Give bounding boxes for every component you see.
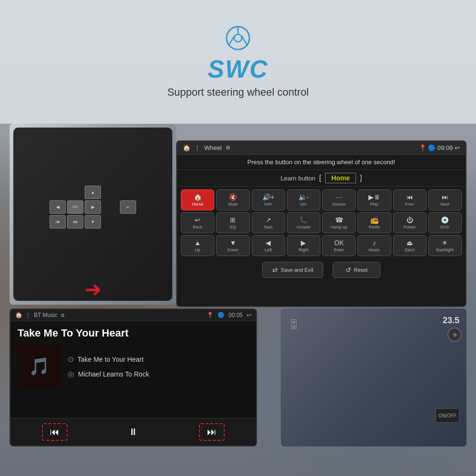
ctrl-btn-play[interactable]: ▶⏸Play — [357, 189, 391, 210]
ctrl-btn-eq[interactable]: ⊞EQ — [216, 212, 249, 233]
bt-music-panel: 🏠 ⋮ BT Music ⚙ 📍 🔵 00:05 ↩ Take Me To Yo… — [10, 308, 257, 446]
location-icon: 📍 — [419, 144, 426, 151]
ctrl-btn-down[interactable]: ▼Down — [216, 235, 249, 256]
prev-icon: ⏮ — [407, 193, 413, 201]
ctrl-btn-music[interactable]: ♪Music — [357, 235, 391, 256]
ctrl-btn-vol+[interactable]: 🔊+Vol+ — [252, 189, 285, 210]
bt-album-art: 🎵 — [18, 345, 60, 388]
ctrl-btn-up[interactable]: ▲Up — [181, 235, 214, 256]
bt-details: 🎵 ⊙ Take Me to Your Heart ◎ Michael Lear… — [18, 345, 249, 388]
bt-menu-icon: ⋮ — [25, 312, 31, 318]
ctrl-btn-mute[interactable]: 🔇Mute — [216, 189, 249, 210]
bt-header-left: 🏠 ⋮ BT Music ⚙ — [15, 312, 65, 318]
ctrl-btn-source[interactable]: ····Source — [322, 189, 356, 210]
ctrl-btn-left[interactable]: ◀Left — [252, 235, 285, 256]
ctrl-btn-eject[interactable]: ⏏Eject — [393, 235, 426, 256]
bottom-actions: ⇄ Save and Exit ↺ Reset — [177, 259, 466, 281]
bt-next-button[interactable]: ⏭ — [199, 423, 225, 441]
back-icon: ↩ — [455, 144, 460, 151]
ctrl-btn-enter[interactable]: OKEnter — [322, 235, 356, 256]
enter-label: Enter — [334, 248, 344, 252]
bt-time: 00:05 — [228, 312, 243, 318]
mute-icon: 🔇 — [229, 193, 237, 201]
bt-song-title: Take Me To Your Heart — [18, 327, 249, 339]
reset-button[interactable]: ↺ Reset — [333, 262, 380, 278]
track-circle-icon: ⊙ — [68, 355, 74, 364]
vol+-icon: 🔊+ — [262, 193, 274, 201]
left-icon: ◀ — [266, 239, 271, 247]
bt-content: Take Me To Your Heart 🎵 ⊙ Take Me to You… — [10, 321, 256, 394]
home-icon: 🏠 — [194, 193, 202, 201]
answer-icon: 📞 — [299, 216, 307, 224]
learn-button-row: Learn button [ Home ] — [177, 170, 466, 187]
bracket-close: ] — [360, 174, 362, 182]
ctrl-btn-hang-up[interactable]: ☎Hang-up — [322, 212, 356, 233]
bt-artist: Michael Learns To Rock — [78, 370, 149, 378]
ctrl-btn-backlight[interactable]: ☀Backlight — [428, 235, 462, 256]
menu-dots-icon: ⋮ — [194, 144, 200, 151]
ctrl-btn-power[interactable]: ⏻Power — [393, 212, 426, 233]
up-icon: ▲ — [194, 239, 201, 247]
header-section: SWC Support steering wheel control — [0, 0, 476, 124]
bt-pause-button[interactable]: ⏸ — [120, 423, 146, 441]
ctrl-btn-right[interactable]: ▶Right — [287, 235, 320, 256]
down-icon: ▼ — [229, 239, 236, 247]
ctrl-btn-next[interactable]: ⏭Next — [428, 189, 462, 210]
dvd-icon: 💿 — [441, 216, 449, 224]
eq-label: EQ — [230, 225, 236, 229]
save-exit-icon: ⇄ — [272, 266, 278, 274]
status-message: Press the button on the steering wheel o… — [177, 155, 466, 170]
hang-up-label: Hang-up — [331, 225, 347, 229]
bt-track-name-row: ⊙ Take Me to Your Heart — [68, 352, 249, 367]
bt-prev-button[interactable]: ⏮ — [42, 423, 68, 441]
ctrl-btn-navi[interactable]: ↗Navi — [252, 212, 285, 233]
bt-home-icon: 🏠 — [15, 312, 22, 318]
music-label: Music — [369, 248, 380, 252]
radio-icon: 📻 — [370, 216, 378, 224]
bracket-open: [ — [319, 174, 321, 182]
bt-controls: ⏮ ⏸ ⏭ — [10, 418, 256, 446]
bt-settings-icon: ⚙ — [60, 313, 65, 318]
ctrl-btn-radio[interactable]: 📻Radio — [357, 212, 391, 233]
backlight-label: Backlight — [436, 248, 454, 252]
ctrl-btn-home[interactable]: 🏠Home — [181, 189, 214, 210]
back-icon: ↩ — [195, 216, 200, 224]
ctrl-btn-answer[interactable]: 📞Answer — [287, 212, 320, 233]
swc-title: SWC — [208, 55, 268, 83]
answer-label: Answer — [297, 225, 311, 229]
bt-bluetooth-icon: 🔵 — [218, 312, 225, 318]
ctrl-btn-dvd[interactable]: 💿DVD — [428, 212, 462, 233]
panel-header-left: 🏠 ⋮ Wheel ⚙ — [183, 144, 230, 151]
navi-icon: ↗ — [266, 216, 271, 224]
home-icon: 🏠 — [183, 144, 190, 151]
play-label: Play — [370, 202, 379, 207]
bt-back-icon: ↩ — [247, 312, 251, 318]
car-dashboard-area: 23.5 ⚙ ON/OFF 🎛 — [281, 308, 466, 446]
bluetooth-icon: 🔵 — [428, 144, 436, 151]
eject-icon: ⏏ — [407, 239, 413, 247]
save-exit-button[interactable]: ⇄ Save and Exit — [262, 262, 323, 278]
up-label: Up — [195, 248, 200, 252]
panel-header-right: 📍 🔵 09:09 ↩ — [419, 144, 460, 151]
ctrl-btn-vol-[interactable]: 🔉-Vol- — [287, 189, 320, 210]
swc-control-panel: 🏠 ⋮ Wheel ⚙ 📍 🔵 09:09 ↩ Press the button… — [176, 140, 466, 307]
source-label: Source — [332, 202, 346, 207]
control-buttons-grid: 🏠Home🔇Mute🔊+Vol+🔉-Vol-····Source▶⏸Play⏮P… — [177, 187, 466, 259]
learn-label: Learn button — [281, 175, 316, 182]
mute-label: Mute — [228, 202, 238, 207]
dvd-label: DVD — [440, 225, 449, 229]
bt-track-name: Take Me to Your Heart — [78, 356, 144, 363]
reset-icon: ↺ — [346, 266, 351, 274]
ctrl-btn-prev[interactable]: ⏮Prev — [393, 189, 426, 210]
back-label: Back — [193, 225, 202, 229]
ctrl-btn-back[interactable]: ↩Back — [181, 212, 214, 233]
bt-track-info: ⊙ Take Me to Your Heart ◎ Michael Learns… — [68, 352, 249, 381]
eq-icon: ⊞ — [230, 216, 236, 224]
reset-label: Reset — [354, 267, 368, 273]
enter-icon: OK — [334, 239, 344, 247]
bt-title: BT Music — [34, 312, 58, 318]
next-icon: ⏭ — [442, 193, 448, 201]
panel-time: 09:09 — [437, 144, 453, 151]
radio-label: Radio — [369, 225, 380, 229]
swc-subtitle: Support steering wheel control — [167, 86, 308, 99]
